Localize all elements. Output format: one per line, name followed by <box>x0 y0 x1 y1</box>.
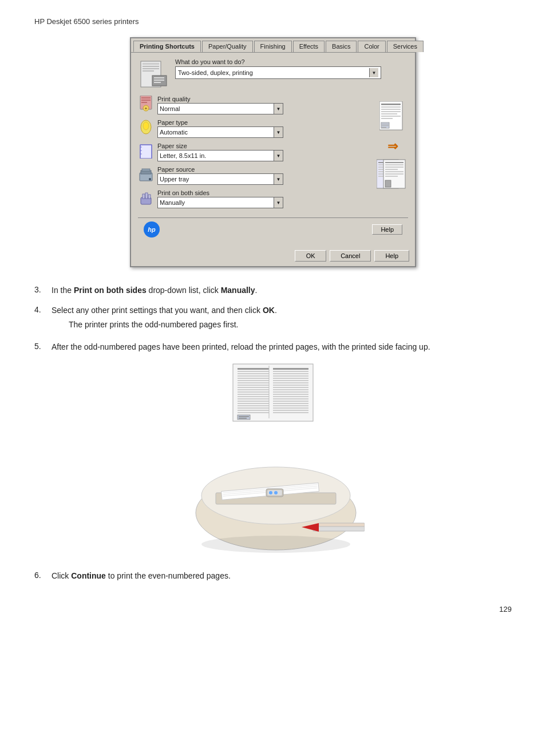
print-quality-arrow[interactable]: ▼ <box>274 104 283 114</box>
svg-rect-87 <box>273 378 308 379</box>
step-3-text: In the Print on both sides drop-down lis… <box>52 284 257 296</box>
svg-rect-44 <box>382 127 386 128</box>
svg-rect-101 <box>273 410 308 411</box>
tab-printing-shortcuts[interactable]: Printing Shortcuts <box>133 41 201 52</box>
svg-rect-65 <box>238 373 269 374</box>
svg-rect-11 <box>141 100 151 101</box>
paper-source-label: Paper source <box>157 166 371 173</box>
paper-type-content: Paper type Automatic ▼ <box>157 119 371 138</box>
paper-type-arrow[interactable]: ▼ <box>274 127 283 137</box>
svg-rect-66 <box>238 375 269 377</box>
tab-basics[interactable]: Basics <box>326 41 357 52</box>
paper-size-select[interactable]: Letter, 8.5x11 in. ▼ <box>157 150 283 161</box>
cancel-button[interactable]: Cancel <box>330 250 371 262</box>
svg-point-16 <box>143 122 149 130</box>
svg-rect-12 <box>141 102 147 103</box>
what-do-arrow[interactable]: ▼ <box>369 68 378 77</box>
svg-rect-103 <box>238 415 250 419</box>
svg-point-28 <box>149 178 151 180</box>
paper-source-arrow[interactable]: ▼ <box>274 174 283 184</box>
step-3-number: 3. <box>34 284 46 294</box>
paper-type-select[interactable]: Automatic ▼ <box>157 126 283 138</box>
dialog-body: What do you want to do? Two-sided, duple… <box>131 53 415 247</box>
print-both-sides-row: Print on both sides Manually ▼ <box>138 189 371 208</box>
print-both-sides-icon <box>138 189 154 205</box>
ok-button[interactable]: OK <box>295 250 326 262</box>
tab-finishing[interactable]: Finishing <box>254 41 292 52</box>
svg-rect-74 <box>238 394 269 395</box>
what-do-section: What do you want to do? Two-sided, duple… <box>175 58 408 90</box>
svg-rect-30 <box>143 194 145 199</box>
svg-rect-36 <box>381 109 401 110</box>
step-3-bold-1: Print on both sides <box>74 286 147 295</box>
printer-dialog: Printing Shortcuts Paper/Quality Finishi… <box>130 37 416 267</box>
svg-rect-99 <box>273 405 308 406</box>
what-do-select[interactable]: Two-sided, duplex, printing ▼ <box>175 66 381 79</box>
svg-rect-105 <box>239 418 247 419</box>
print-both-sides-arrow[interactable]: ▼ <box>274 197 283 208</box>
paper-type-label: Paper type <box>157 119 371 126</box>
svg-rect-57 <box>385 169 398 170</box>
svg-rect-69 <box>238 382 269 383</box>
shortcut-icon-svg <box>138 58 169 90</box>
svg-rect-90 <box>273 385 308 386</box>
step-6-number: 6. <box>34 570 46 580</box>
svg-rect-37 <box>381 111 401 112</box>
svg-rect-94 <box>273 394 308 395</box>
paper-source-row: Paper source Upper tray ▼ <box>138 166 371 185</box>
svg-rect-82 <box>238 412 269 413</box>
paper-source-value: Upper tray <box>158 176 274 183</box>
svg-rect-54 <box>385 162 403 163</box>
svg-rect-72 <box>238 389 269 390</box>
svg-rect-60 <box>385 176 398 177</box>
svg-rect-84 <box>273 371 308 372</box>
svg-rect-4 <box>143 70 154 72</box>
step-3: 3. In the Print on both sides drop-down … <box>34 284 512 296</box>
step-4-bold: OK <box>263 306 275 315</box>
after-preview-svg <box>377 159 408 190</box>
svg-rect-8 <box>154 82 161 83</box>
paper-type-row: Paper type Automatic ▼ <box>138 119 371 138</box>
svg-rect-85 <box>273 373 308 374</box>
tab-paper-quality[interactable]: Paper/Quality <box>202 41 253 52</box>
svg-rect-1 <box>143 63 159 65</box>
svg-rect-32 <box>148 195 151 199</box>
what-do-label: What do you want to do? <box>175 58 408 65</box>
svg-rect-27 <box>142 169 150 171</box>
svg-rect-68 <box>238 380 269 381</box>
paper-stack-image-container <box>34 361 512 427</box>
print-quality-select[interactable]: Normal ▼ <box>157 103 283 114</box>
svg-rect-43 <box>382 125 389 126</box>
svg-rect-89 <box>273 382 308 383</box>
svg-rect-81 <box>238 410 269 411</box>
step-3-bold-2: Manually <box>221 286 255 295</box>
svg-rect-93 <box>273 391 308 393</box>
svg-rect-98 <box>273 403 308 404</box>
svg-rect-59 <box>385 173 403 175</box>
paper-source-select[interactable]: Upper tray ▼ <box>157 173 283 185</box>
svg-rect-3 <box>143 68 159 69</box>
svg-rect-75 <box>238 396 269 397</box>
print-quality-icon: ✦ <box>138 96 154 112</box>
printer-svg <box>181 438 365 559</box>
paper-type-icon <box>138 119 154 135</box>
print-both-sides-select[interactable]: Manually ▼ <box>157 197 283 208</box>
dialog-help-button[interactable]: Help <box>372 224 402 235</box>
svg-rect-39 <box>381 116 401 117</box>
paper-size-arrow[interactable]: ▼ <box>274 151 283 161</box>
svg-rect-91 <box>273 387 308 388</box>
svg-rect-86 <box>273 375 308 377</box>
tab-effects[interactable]: Effects <box>293 41 325 52</box>
print-both-sides-value: Manually <box>158 199 274 206</box>
svg-rect-31 <box>145 193 148 199</box>
svg-rect-71 <box>238 387 269 388</box>
what-do-value: Two-sided, duplex, printing <box>178 69 369 76</box>
paper-source-icon <box>138 166 154 182</box>
tab-services[interactable]: Services <box>387 41 424 52</box>
svg-rect-6 <box>154 77 164 78</box>
svg-rect-97 <box>273 401 308 402</box>
tab-color[interactable]: Color <box>358 41 385 52</box>
svg-rect-96 <box>273 398 308 399</box>
paper-size-value: Letter, 8.5x11 in. <box>158 152 274 159</box>
help-button[interactable]: Help <box>374 250 409 262</box>
